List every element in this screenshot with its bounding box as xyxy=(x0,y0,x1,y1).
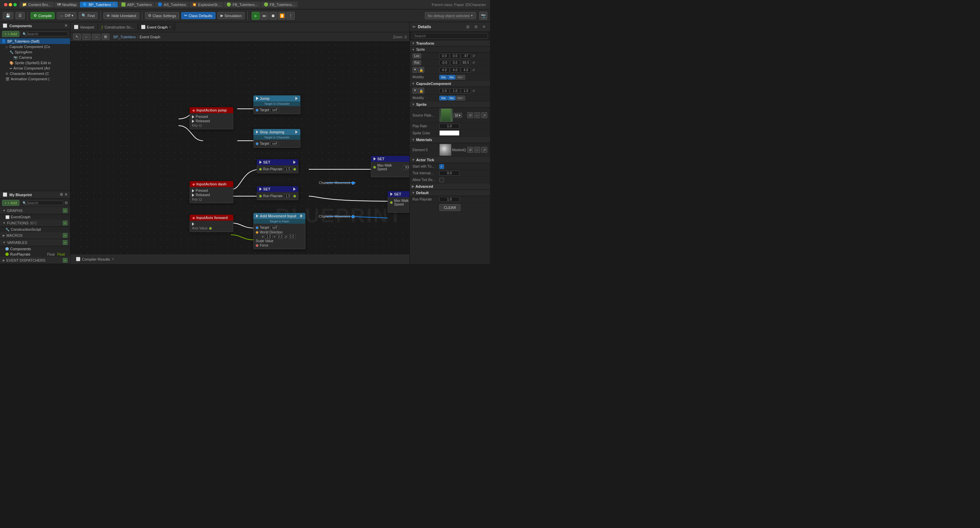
bp-close-button[interactable]: ✕ xyxy=(64,193,67,197)
set3-exec-in[interactable] xyxy=(259,187,262,191)
mobility-sta-button[interactable]: Sta xyxy=(439,75,447,80)
node-set-2[interactable]: SET Max Walk Speed 900.0 Target xyxy=(371,156,409,177)
stop-button[interactable]: ⏹ xyxy=(269,12,277,20)
rot-y-input[interactable]: 0.0 xyxy=(450,60,460,65)
details-search-input[interactable] xyxy=(412,33,488,39)
mat-action-1[interactable]: ↺ xyxy=(467,147,473,153)
components-close-button[interactable]: ✕ xyxy=(64,24,67,28)
sprite-id-dropdown[interactable]: Id ▾ xyxy=(453,113,462,118)
force-pin[interactable] xyxy=(256,244,258,247)
node-inputaction-dash[interactable]: ◆ InputAction dash Pressed Released Key xyxy=(189,181,233,203)
debug-object-selector[interactable]: No debug object selected ▾ xyxy=(425,12,476,19)
minimize-button[interactable] xyxy=(9,3,12,6)
loc-reset-button[interactable]: ↺ xyxy=(472,54,475,58)
tree-item-capsule[interactable]: ◇ Capsule Component (Co xyxy=(0,44,70,49)
more-play-options[interactable]: ⋮ xyxy=(286,12,295,20)
stop-exec-in-pin[interactable] xyxy=(256,130,258,134)
node-set-4[interactable]: SET Max Walk Speed 600.0 Target xyxy=(388,191,409,213)
rot-dropdown[interactable]: Rot xyxy=(412,60,421,65)
tab-explosive[interactable]: 💥 ExplosiveSt... xyxy=(189,2,223,7)
cap-sta1-button[interactable]: Sta xyxy=(439,96,447,100)
save-button[interactable]: 💾 xyxy=(3,12,13,19)
node-set-3[interactable]: SET Run Playrate 1.0 xyxy=(257,186,298,200)
construction-script-item[interactable]: 🔧 ConstructionScript xyxy=(0,227,70,232)
start-tick-checkbox[interactable]: ✓ xyxy=(439,164,444,169)
movement-exec-in[interactable] xyxy=(256,214,258,218)
sprite-action-3[interactable]: ↗ xyxy=(481,112,487,118)
graphs-section[interactable]: ▼ GRAPHS + xyxy=(0,207,70,214)
node-set-1[interactable]: SET Run Playrate 1.5 xyxy=(257,159,298,173)
components-search-box[interactable]: 🔍 xyxy=(21,32,68,36)
tree-item-animation[interactable]: 🎬 Animation Component ( xyxy=(0,76,70,81)
details-close-button[interactable]: ✕ xyxy=(480,24,487,30)
tab-construction-script[interactable]: ƒ Construction Sc... xyxy=(98,24,138,30)
var-runplayrate[interactable]: RunPlayrate Float Float xyxy=(0,252,70,257)
lock-scale-button[interactable]: 🔒 xyxy=(418,67,424,73)
variables-add-icon[interactable]: + xyxy=(63,240,67,245)
cap-z-input[interactable]: 1.0 xyxy=(461,88,471,93)
set4-exec-in[interactable] xyxy=(390,193,393,196)
forward-button[interactable]: → xyxy=(92,34,100,40)
loc-y-input[interactable]: 0.0 xyxy=(450,53,460,59)
pressed-pin[interactable] xyxy=(192,189,194,193)
scale-dropdown[interactable]: ▾ xyxy=(412,67,417,73)
class-settings-button[interactable]: ⚙ Class Settings xyxy=(145,12,179,19)
node-inputaxis-forward[interactable]: ◆ InputAxis forward Axis Value xyxy=(189,215,233,232)
tab-close-icon[interactable]: ✕ xyxy=(169,25,172,29)
scale-reset-button[interactable]: ↺ xyxy=(472,68,475,72)
jump-exec-in-pin[interactable] xyxy=(256,97,258,100)
scale-z-input[interactable]: 4.0 xyxy=(461,67,471,73)
float-out-pin[interactable] xyxy=(293,168,296,171)
target-pin[interactable] xyxy=(256,109,258,112)
float-out-pin2[interactable] xyxy=(293,195,296,198)
rot-z-input[interactable]: 89.5 xyxy=(461,60,471,65)
set2-exec-in[interactable] xyxy=(374,157,376,161)
compiler-results-tab[interactable]: ⬜ Compiler Results ✕ xyxy=(73,255,117,263)
tree-item-arrow[interactable]: ➡ Arrow Component (Arr xyxy=(0,65,70,71)
back-button[interactable]: ← xyxy=(82,34,91,40)
play-rate-input[interactable]: 1.0 xyxy=(439,124,460,129)
tab-close-icon[interactable]: ✕ xyxy=(113,3,115,6)
tab-bp-tutehero[interactable]: 🔷 BP_TuteHero ✕ xyxy=(80,2,118,7)
key-pin[interactable] xyxy=(199,198,202,201)
bp-search-input[interactable] xyxy=(27,201,61,205)
set1-exec-out[interactable] xyxy=(293,161,296,164)
key-pin[interactable] xyxy=(199,124,202,127)
tab-fb-tutehero2[interactable]: 🟢 FB_TuteHero... xyxy=(261,2,298,7)
sprite-subsection[interactable]: ▼ Sprite xyxy=(410,47,490,53)
stop-exec-out-pin[interactable] xyxy=(295,130,298,134)
released-pin[interactable] xyxy=(192,193,194,197)
breadcrumb-part1[interactable]: BP_TuteHero xyxy=(113,35,135,39)
capsule-section[interactable]: ▼ CapsuleComponent xyxy=(410,81,490,87)
blueprint-canvas[interactable]: BLUEPRINT xyxy=(70,41,409,254)
tree-item-sprite[interactable]: 🎨 Sprite (Sprite0) Edit in xyxy=(0,60,70,65)
cap-y-input[interactable]: 1.0 xyxy=(450,88,460,93)
dispatchers-add-button[interactable]: + xyxy=(63,258,67,263)
class-defaults-button[interactable]: ✏ Class Defaults xyxy=(181,12,215,19)
macros-section[interactable]: ▶ MACROS + xyxy=(0,232,70,239)
compile-button[interactable]: ⚙ Compile xyxy=(30,12,55,19)
diff-button[interactable]: ↔ Diff ▾ xyxy=(57,12,76,19)
movement-exec-out[interactable] xyxy=(301,214,303,218)
node-inputaction-jump[interactable]: ◆ InputAction jump Pressed Released Key xyxy=(189,107,233,129)
cap-x-input[interactable]: 1.0 xyxy=(439,88,449,93)
tab-event-graph[interactable]: ⬜ Event Graph ✕ xyxy=(138,24,175,30)
scale-x-input[interactable]: 4.0 xyxy=(439,67,449,73)
fwd-exec-pin[interactable] xyxy=(192,222,194,226)
loc-z-input[interactable]: -97 xyxy=(461,53,471,59)
mat-action-2[interactable]: ← xyxy=(474,147,480,153)
pause-button[interactable]: ⏫ xyxy=(278,12,286,20)
details-search-area[interactable] xyxy=(410,32,490,40)
graphs-add-icon[interactable]: + xyxy=(63,208,67,213)
set3-exec-out[interactable] xyxy=(293,187,296,191)
tab-newmap[interactable]: 🗺 NewMap xyxy=(54,2,79,7)
compiler-close-button[interactable]: ✕ xyxy=(111,257,115,261)
rot-x-input[interactable]: -0.0 xyxy=(439,60,449,65)
bp-settings-icon[interactable]: ⚙ xyxy=(60,193,63,197)
variables-add-button[interactable]: + xyxy=(63,240,67,245)
bp-search-box[interactable]: 🔍 xyxy=(21,201,63,205)
default-section[interactable]: ▼ Default xyxy=(410,190,490,196)
lock-cap-button[interactable]: 🔒 xyxy=(418,88,424,94)
scale-y-input[interactable]: 4.0 xyxy=(450,67,460,73)
speed-pin2[interactable] xyxy=(390,201,393,204)
